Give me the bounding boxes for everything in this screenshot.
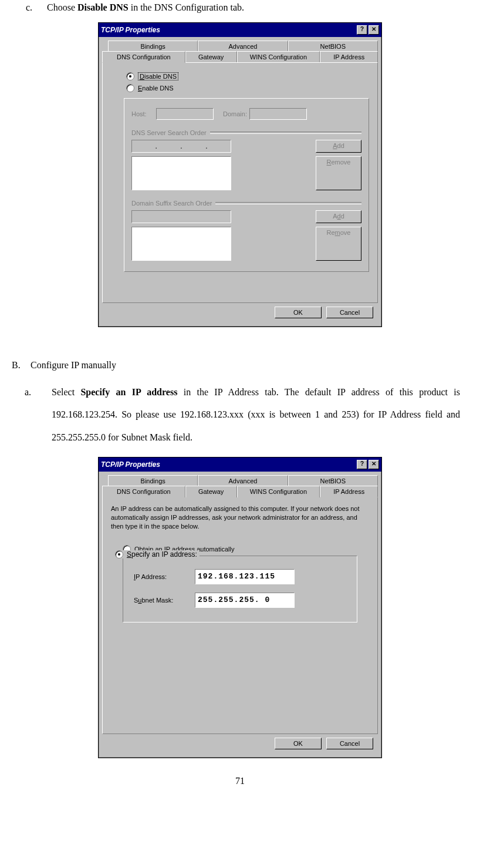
ip-intro-text: An IP address can be automatically assig… bbox=[111, 504, 369, 531]
radio-enable-dns-label: Enable DNS bbox=[138, 85, 174, 92]
radio-enable-dns-row[interactable]: Enable DNS bbox=[126, 84, 369, 92]
close-button[interactable]: ✕ bbox=[369, 25, 379, 35]
tab-bindings[interactable]: Bindings bbox=[108, 41, 198, 52]
suffix-remove-button: Remove bbox=[316, 227, 361, 261]
host-label: Host: bbox=[131, 110, 156, 117]
instruction-c-prefix: Choose bbox=[47, 2, 77, 12]
help-button[interactable]: ? bbox=[357, 25, 367, 35]
tab2-wins-configuration[interactable]: WINS Configuration bbox=[237, 486, 320, 497]
instruction-a: a.Select Specify an IP address in the IP… bbox=[52, 381, 460, 449]
subnet-mask-label: Subnet Mask: bbox=[134, 597, 195, 604]
domain-label: Domain: bbox=[223, 110, 247, 117]
radio-disable-dns-label: Disable DNS bbox=[138, 72, 178, 80]
tcpip-dialog-dns: TCP/IP Properties ? ✕ Bindings Advanced … bbox=[98, 22, 382, 327]
radio-specify[interactable] bbox=[115, 550, 123, 559]
radio-enable-dns[interactable] bbox=[126, 84, 134, 92]
tab-ip-address[interactable]: IP Address bbox=[320, 51, 378, 63]
domain-input bbox=[249, 108, 307, 120]
dns-groupbox: Host: Domain: DNS Server Search Order ..… bbox=[124, 98, 369, 272]
instruction-a-bold: Specify an IP address bbox=[80, 387, 177, 397]
page-number: 71 bbox=[12, 776, 468, 786]
dns-server-list bbox=[131, 156, 231, 190]
dns-panel: Disable DNS Enable DNS Host: Domain: DNS… bbox=[102, 62, 378, 303]
tab2-ip-address[interactable]: IP Address bbox=[320, 486, 378, 497]
instruction-c-bold: Disable DNS bbox=[77, 2, 129, 12]
cancel-button[interactable]: Cancel bbox=[326, 307, 373, 318]
specify-group: Specify an IP address: IP Address: 192.1… bbox=[123, 556, 357, 623]
tab-netbios[interactable]: NetBIOS bbox=[288, 41, 378, 52]
radio-specify-label: Specify an IP address: bbox=[127, 550, 197, 559]
section-b: B. Configure IP manually bbox=[12, 360, 468, 371]
ip-address-input[interactable]: 192.168.123.115 bbox=[195, 569, 295, 584]
tab-gateway[interactable]: Gateway bbox=[185, 51, 237, 63]
tab2-advanced[interactable]: Advanced bbox=[198, 475, 288, 486]
suffix-order-label: Domain Suffix Search Order bbox=[131, 200, 361, 207]
tab-dns-configuration[interactable]: DNS Configuration bbox=[102, 51, 185, 63]
dns-order-label: DNS Server Search Order bbox=[131, 129, 361, 136]
radio-specify-row[interactable]: Specify an IP address: bbox=[113, 550, 200, 559]
tab2-dns-configuration[interactable]: DNS Configuration bbox=[102, 486, 185, 497]
ip-panel: An IP address can be automatically assig… bbox=[102, 497, 378, 734]
ok-button-2[interactable]: OK bbox=[275, 738, 322, 749]
section-b-letter: B. bbox=[12, 360, 28, 371]
instruction-c-suffix: in the DNS Configuration tab. bbox=[129, 2, 244, 12]
dns-remove-button: Remove bbox=[316, 156, 361, 190]
window-title-2: TCP/IP Properties bbox=[101, 460, 356, 469]
tcpip-dialog-ip: TCP/IP Properties ? ✕ Bindings Advanced … bbox=[98, 457, 382, 758]
suffix-add-button: Add bbox=[316, 210, 361, 223]
instruction-c: c. Choose Disable DNS in the DNS Configu… bbox=[12, 2, 468, 13]
dns-add-button: Add bbox=[316, 140, 361, 153]
ip-address-label: IP Address: bbox=[134, 573, 195, 580]
suffix-list bbox=[131, 227, 231, 261]
window-title: TCP/IP Properties bbox=[101, 26, 356, 34]
close-button-2[interactable]: ✕ bbox=[369, 460, 379, 469]
radio-disable-dns-row[interactable]: Disable DNS bbox=[126, 72, 369, 80]
tab2-netbios[interactable]: NetBIOS bbox=[288, 475, 378, 486]
suffix-input bbox=[131, 210, 231, 223]
instruction-a-prefix: Select bbox=[52, 387, 80, 397]
subnet-mask-input[interactable]: 255.255.255. 0 bbox=[195, 593, 295, 608]
tab2-bindings[interactable]: Bindings bbox=[108, 475, 198, 486]
section-b-text: Configure IP manually bbox=[31, 360, 116, 370]
radio-disable-dns[interactable] bbox=[126, 72, 134, 80]
tab2-gateway[interactable]: Gateway bbox=[185, 486, 237, 497]
dns-server-input: ... bbox=[131, 140, 231, 153]
cancel-button-2[interactable]: Cancel bbox=[326, 738, 373, 749]
host-input bbox=[156, 108, 214, 120]
titlebar[interactable]: TCP/IP Properties ? ✕ bbox=[99, 23, 381, 37]
titlebar-2[interactable]: TCP/IP Properties ? ✕ bbox=[99, 457, 381, 472]
help-button-2[interactable]: ? bbox=[357, 460, 367, 469]
instruction-c-letter: c. bbox=[26, 2, 45, 13]
instruction-a-letter: a. bbox=[25, 381, 52, 403]
ok-button[interactable]: OK bbox=[275, 307, 322, 318]
tab-wins-configuration[interactable]: WINS Configuration bbox=[237, 51, 320, 63]
tab-advanced[interactable]: Advanced bbox=[198, 41, 288, 52]
